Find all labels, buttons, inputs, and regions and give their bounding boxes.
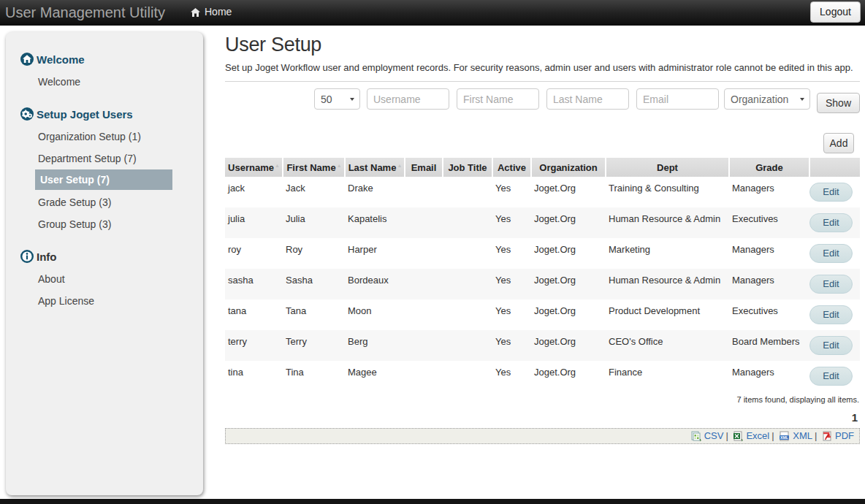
svg-text:XML: XML — [780, 435, 789, 440]
